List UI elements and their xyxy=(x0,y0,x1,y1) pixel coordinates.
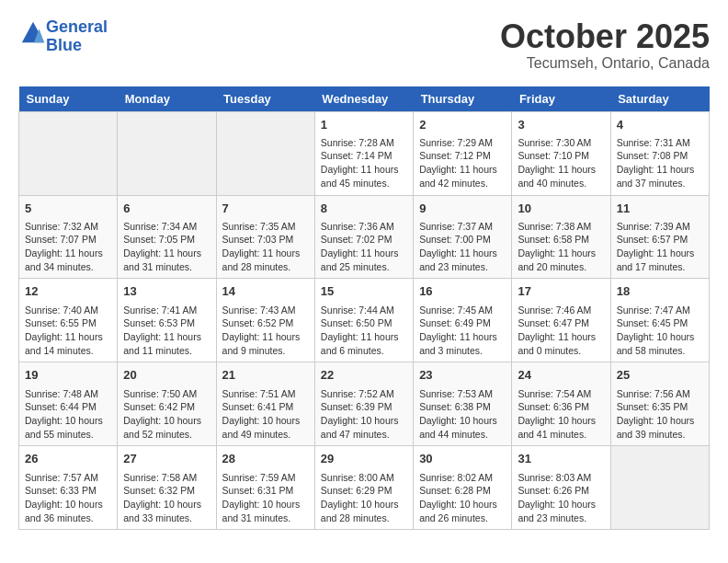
day-number: 1 xyxy=(321,117,407,133)
day-number: 30 xyxy=(419,451,506,467)
day-number: 11 xyxy=(617,201,703,217)
day-info: Sunrise: 7:46 AM Sunset: 6:47 PM Dayligh… xyxy=(518,304,604,358)
page-header: General Blue October 2025 Tecumseh, Onta… xyxy=(18,18,710,72)
day-info: Sunrise: 7:29 AM Sunset: 7:12 PM Dayligh… xyxy=(419,136,506,190)
calendar-cell: 26Sunrise: 7:57 AM Sunset: 6:33 PM Dayli… xyxy=(19,446,118,530)
day-info: Sunrise: 7:48 AM Sunset: 6:44 PM Dayligh… xyxy=(25,387,111,442)
weekday-header: Sunday xyxy=(19,86,118,112)
day-info: Sunrise: 7:40 AM Sunset: 6:55 PM Dayligh… xyxy=(25,304,111,358)
calendar-week-row: 12Sunrise: 7:40 AM Sunset: 6:55 PM Dayli… xyxy=(19,279,710,362)
day-info: Sunrise: 7:54 AM Sunset: 6:36 PM Dayligh… xyxy=(518,387,604,442)
calendar-cell: 13Sunrise: 7:41 AM Sunset: 6:53 PM Dayli… xyxy=(118,279,216,362)
calendar-body: 1Sunrise: 7:28 AM Sunset: 7:14 PM Daylig… xyxy=(19,111,710,530)
day-info: Sunrise: 7:36 AM Sunset: 7:02 PM Dayligh… xyxy=(321,220,407,274)
day-info: Sunrise: 7:38 AM Sunset: 6:58 PM Dayligh… xyxy=(518,220,604,274)
calendar-week-row: 5Sunrise: 7:32 AM Sunset: 7:07 PM Daylig… xyxy=(19,195,710,279)
day-info: Sunrise: 7:35 AM Sunset: 7:03 PM Dayligh… xyxy=(222,220,309,274)
calendar-week-row: 1Sunrise: 7:28 AM Sunset: 7:14 PM Daylig… xyxy=(19,111,710,195)
day-info: Sunrise: 7:52 AM Sunset: 6:39 PM Dayligh… xyxy=(321,387,407,442)
day-number: 31 xyxy=(518,451,604,467)
calendar-cell: 10Sunrise: 7:38 AM Sunset: 6:58 PM Dayli… xyxy=(512,195,610,279)
weekday-header: Wednesday xyxy=(314,86,413,112)
logo: General Blue xyxy=(18,18,108,55)
calendar-cell: 16Sunrise: 7:45 AM Sunset: 6:49 PM Dayli… xyxy=(414,279,512,362)
day-info: Sunrise: 7:50 AM Sunset: 6:42 PM Dayligh… xyxy=(123,387,210,442)
day-number: 23 xyxy=(419,367,506,384)
day-number: 13 xyxy=(123,283,210,300)
day-number: 25 xyxy=(617,367,703,384)
calendar-cell: 17Sunrise: 7:46 AM Sunset: 6:47 PM Dayli… xyxy=(512,279,610,362)
day-number: 14 xyxy=(222,283,309,300)
day-info: Sunrise: 7:57 AM Sunset: 6:33 PM Dayligh… xyxy=(25,471,111,525)
calendar-cell: 19Sunrise: 7:48 AM Sunset: 6:44 PM Dayli… xyxy=(19,362,118,446)
calendar-cell: 8Sunrise: 7:36 AM Sunset: 7:02 PM Daylig… xyxy=(314,195,413,279)
calendar-cell: 27Sunrise: 7:58 AM Sunset: 6:32 PM Dayli… xyxy=(118,446,216,530)
logo-line1: General xyxy=(46,17,108,36)
calendar-cell xyxy=(216,111,314,195)
day-info: Sunrise: 7:39 AM Sunset: 6:57 PM Dayligh… xyxy=(617,220,703,274)
day-number: 21 xyxy=(222,367,309,384)
day-info: Sunrise: 7:56 AM Sunset: 6:35 PM Dayligh… xyxy=(617,387,703,442)
day-info: Sunrise: 8:03 AM Sunset: 6:26 PM Dayligh… xyxy=(518,471,604,525)
calendar-cell: 5Sunrise: 7:32 AM Sunset: 7:07 PM Daylig… xyxy=(19,195,118,279)
day-info: Sunrise: 7:34 AM Sunset: 7:05 PM Dayligh… xyxy=(123,220,210,274)
day-number: 29 xyxy=(321,451,407,467)
calendar-cell: 25Sunrise: 7:56 AM Sunset: 6:35 PM Dayli… xyxy=(610,362,709,446)
day-number: 10 xyxy=(518,201,604,217)
weekday-header: Tuesday xyxy=(216,86,314,112)
day-number: 4 xyxy=(617,117,703,133)
day-info: Sunrise: 7:47 AM Sunset: 6:45 PM Dayligh… xyxy=(617,304,703,358)
calendar-cell: 22Sunrise: 7:52 AM Sunset: 6:39 PM Dayli… xyxy=(314,362,413,446)
calendar-cell: 29Sunrise: 8:00 AM Sunset: 6:29 PM Dayli… xyxy=(314,446,413,530)
day-info: Sunrise: 7:59 AM Sunset: 6:31 PM Dayligh… xyxy=(222,471,309,525)
day-info: Sunrise: 7:51 AM Sunset: 6:41 PM Dayligh… xyxy=(222,387,309,442)
day-number: 15 xyxy=(321,283,407,300)
day-number: 2 xyxy=(419,117,506,133)
calendar-table: SundayMondayTuesdayWednesdayThursdayFrid… xyxy=(18,86,710,531)
day-info: Sunrise: 7:41 AM Sunset: 6:53 PM Dayligh… xyxy=(123,304,210,358)
day-info: Sunrise: 7:58 AM Sunset: 6:32 PM Dayligh… xyxy=(123,471,210,525)
day-number: 24 xyxy=(518,367,604,384)
calendar-cell: 2Sunrise: 7:29 AM Sunset: 7:12 PM Daylig… xyxy=(414,111,512,195)
day-number: 18 xyxy=(617,283,703,300)
day-info: Sunrise: 7:53 AM Sunset: 6:38 PM Dayligh… xyxy=(419,387,506,442)
day-number: 28 xyxy=(222,451,309,467)
day-info: Sunrise: 7:28 AM Sunset: 7:14 PM Dayligh… xyxy=(321,136,407,190)
day-info: Sunrise: 8:02 AM Sunset: 6:28 PM Dayligh… xyxy=(419,471,506,525)
day-number: 20 xyxy=(123,367,210,384)
calendar-cell xyxy=(610,446,709,530)
day-info: Sunrise: 7:45 AM Sunset: 6:49 PM Dayligh… xyxy=(419,304,506,358)
day-info: Sunrise: 7:31 AM Sunset: 7:08 PM Dayligh… xyxy=(617,136,703,190)
calendar-cell: 24Sunrise: 7:54 AM Sunset: 6:36 PM Dayli… xyxy=(512,362,610,446)
day-number: 8 xyxy=(321,201,407,217)
weekday-row: SundayMondayTuesdayWednesdayThursdayFrid… xyxy=(19,86,710,112)
calendar-header: SundayMondayTuesdayWednesdayThursdayFrid… xyxy=(19,86,710,112)
calendar-cell: 30Sunrise: 8:02 AM Sunset: 6:28 PM Dayli… xyxy=(414,446,512,530)
calendar-cell: 21Sunrise: 7:51 AM Sunset: 6:41 PM Dayli… xyxy=(216,362,314,446)
calendar-cell: 3Sunrise: 7:30 AM Sunset: 7:10 PM Daylig… xyxy=(512,111,610,195)
day-number: 16 xyxy=(419,283,506,300)
calendar-cell: 7Sunrise: 7:35 AM Sunset: 7:03 PM Daylig… xyxy=(216,195,314,279)
day-number: 26 xyxy=(25,451,111,467)
calendar-cell: 6Sunrise: 7:34 AM Sunset: 7:05 PM Daylig… xyxy=(118,195,216,279)
calendar-week-row: 26Sunrise: 7:57 AM Sunset: 6:33 PM Dayli… xyxy=(19,446,710,530)
day-info: Sunrise: 7:43 AM Sunset: 6:52 PM Dayligh… xyxy=(222,304,309,358)
weekday-header: Monday xyxy=(118,86,216,112)
day-info: Sunrise: 7:37 AM Sunset: 7:00 PM Dayligh… xyxy=(419,220,506,274)
calendar-week-row: 19Sunrise: 7:48 AM Sunset: 6:44 PM Dayli… xyxy=(19,362,710,446)
day-number: 22 xyxy=(321,367,407,384)
day-info: Sunrise: 7:32 AM Sunset: 7:07 PM Dayligh… xyxy=(25,220,111,274)
calendar-cell: 9Sunrise: 7:37 AM Sunset: 7:00 PM Daylig… xyxy=(414,195,512,279)
calendar-cell: 15Sunrise: 7:44 AM Sunset: 6:50 PM Dayli… xyxy=(314,279,413,362)
calendar-cell: 23Sunrise: 7:53 AM Sunset: 6:38 PM Dayli… xyxy=(414,362,512,446)
calendar-title: October 2025 xyxy=(500,18,710,55)
calendar-cell: 12Sunrise: 7:40 AM Sunset: 6:55 PM Dayli… xyxy=(19,279,118,362)
day-number: 6 xyxy=(123,201,210,217)
calendar-cell: 28Sunrise: 7:59 AM Sunset: 6:31 PM Dayli… xyxy=(216,446,314,530)
calendar-cell xyxy=(19,111,118,195)
day-number: 27 xyxy=(123,451,210,467)
calendar-cell: 14Sunrise: 7:43 AM Sunset: 6:52 PM Dayli… xyxy=(216,279,314,362)
day-number: 9 xyxy=(419,201,506,217)
weekday-header: Friday xyxy=(512,86,610,112)
calendar-cell: 18Sunrise: 7:47 AM Sunset: 6:45 PM Dayli… xyxy=(610,279,709,362)
